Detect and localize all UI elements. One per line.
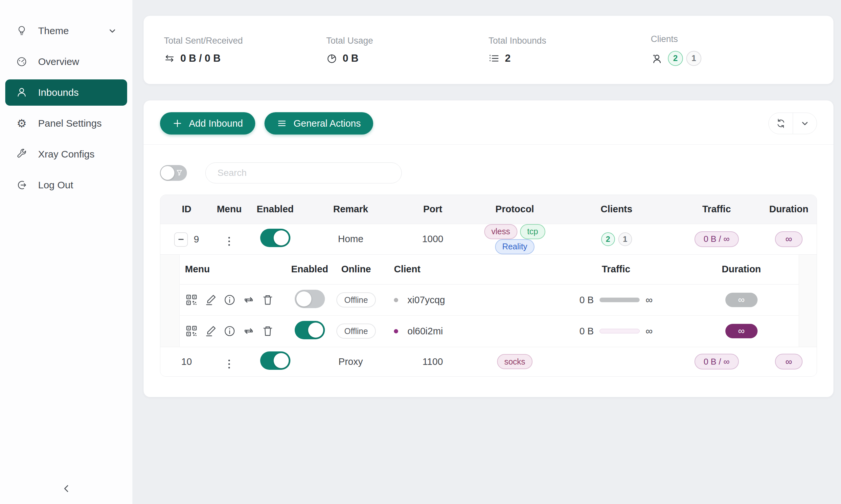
sidebar-item-inbounds[interactable]: Inbounds	[5, 79, 127, 106]
sidebar-item-label: Theme	[38, 25, 69, 36]
main-content: Total Sent/Received 0 B / 0 B Total Usag…	[132, 0, 841, 504]
row-menu-button[interactable]	[228, 240, 230, 242]
sidebar-item-overview[interactable]: Overview	[5, 49, 127, 75]
list-icon	[488, 53, 500, 64]
pie-chart-icon	[326, 53, 337, 64]
network-tag: tcp	[520, 224, 545, 239]
chevron-down-icon	[800, 118, 810, 129]
traffic-pill[interactable]: 0 B / ∞	[694, 354, 739, 370]
sidebar-item-label: Log Out	[38, 179, 73, 191]
inbound-enabled-toggle[interactable]	[260, 352, 290, 370]
inbound-id: 9	[194, 234, 199, 245]
sidebar: Theme Overview Inbounds ⚙ Panel Settings	[0, 0, 132, 504]
traffic-used: 0 B	[580, 326, 594, 337]
duration-pill[interactable]: ∞	[775, 231, 803, 247]
plus-icon	[172, 119, 182, 128]
stats-card: Total Sent/Received 0 B / 0 B Total Usag…	[143, 16, 834, 84]
sidebar-item-theme[interactable]: Theme	[5, 18, 127, 44]
col-header-remark: Remark	[305, 195, 397, 224]
qr-code-icon[interactable]	[185, 325, 198, 338]
client-duration-pill[interactable]: ∞	[725, 324, 758, 338]
client-enabled-toggle[interactable]	[295, 290, 325, 308]
stat-value: 0 B / 0 B	[181, 53, 220, 64]
security-tag: Reality	[495, 239, 534, 254]
filter-toggle[interactable]	[160, 165, 187, 181]
traffic-pill[interactable]: 0 B / ∞	[694, 231, 739, 247]
repeat-icon[interactable]	[242, 325, 255, 338]
inbounds-table: ID Menu Enabled Remark Port Protocol Cli…	[160, 195, 817, 377]
col-header-port: Port	[396, 195, 469, 224]
inbound-row-9: 9 Home 1000 vlesstcpReality 2	[160, 224, 817, 254]
col-header-menu: Menu	[213, 195, 246, 224]
inbound-row-10: 10 Proxy 1100 socks 0 B / ∞ ∞	[160, 347, 817, 376]
stat-label: Total Usage	[326, 36, 488, 46]
chevron-down-icon	[107, 26, 117, 36]
row-menu-button[interactable]	[228, 363, 230, 365]
user-icon	[15, 87, 28, 98]
toolbar: Add Inbound General Actions	[143, 101, 834, 145]
inbound-remark: Home	[305, 224, 397, 254]
add-inbound-button[interactable]: Add Inbound	[160, 112, 255, 134]
refresh-split-button	[768, 112, 817, 134]
col-header-enabled: Enabled	[246, 195, 305, 224]
collapse-row-button[interactable]	[174, 232, 188, 247]
menu-lines-icon	[277, 119, 287, 128]
stat-label: Clients	[651, 34, 813, 44]
swap-arrows-icon	[164, 53, 175, 64]
sidebar-item-log-out[interactable]: Log Out	[5, 172, 127, 198]
trash-icon[interactable]	[261, 293, 274, 306]
subcol-header-duration: Duration	[684, 255, 799, 285]
general-actions-button[interactable]: General Actions	[264, 112, 373, 134]
info-icon[interactable]	[223, 293, 236, 306]
sidebar-item-xray-configs[interactable]: Xray Configs	[5, 141, 127, 167]
inbound-port: 1000	[396, 224, 469, 254]
refresh-options-button[interactable]	[793, 113, 817, 134]
edit-icon[interactable]	[204, 293, 217, 306]
inbound-row-9-expansion: Menu Enabled Online Client Traffic Durat…	[160, 254, 817, 347]
subcol-header-online: Online	[331, 255, 381, 285]
repeat-icon[interactable]	[242, 293, 255, 306]
subcol-header-client: Client	[381, 255, 548, 285]
stat-clients: Clients 2 1	[651, 34, 813, 66]
sidebar-item-panel-settings[interactable]: ⚙ Panel Settings	[5, 110, 127, 137]
search-input[interactable]	[205, 162, 402, 183]
col-header-id: ID	[160, 195, 213, 224]
online-status-badge: Offline	[337, 324, 376, 339]
stat-total-usage: Total Usage 0 B	[326, 36, 488, 64]
sidebar-item-label: Inbounds	[38, 87, 79, 98]
search-row	[143, 145, 834, 183]
subtable-header-row: Menu Enabled Online Client Traffic Durat…	[180, 255, 799, 285]
chevron-left-icon	[60, 482, 73, 495]
sidebar-item-label: Panel Settings	[38, 118, 102, 129]
client-row: Offline xi07ycqg	[180, 285, 799, 316]
inbound-remark: Proxy	[305, 347, 397, 376]
client-status-dot	[394, 298, 398, 302]
client-enabled-toggle[interactable]	[295, 321, 325, 339]
inbound-port: 1100	[396, 347, 469, 376]
clients-total-badge: 1	[686, 51, 701, 66]
stat-value: 2	[505, 53, 511, 64]
col-header-clients: Clients	[561, 195, 672, 224]
refresh-button[interactable]	[769, 113, 793, 134]
client-status-dot	[394, 329, 398, 334]
gear-icon: ⚙	[15, 118, 28, 129]
row-clients-total-badge: 1	[618, 232, 632, 246]
info-icon[interactable]	[223, 325, 236, 338]
inbound-enabled-toggle[interactable]	[260, 229, 290, 247]
duration-pill[interactable]: ∞	[775, 354, 803, 370]
edit-icon[interactable]	[204, 325, 217, 338]
online-status-badge: Offline	[337, 292, 376, 307]
qr-code-icon[interactable]	[185, 293, 198, 306]
stat-label: Total Inbounds	[488, 36, 651, 46]
client-duration-pill[interactable]: ∞	[725, 293, 758, 307]
sidebar-item-label: Overview	[38, 56, 79, 67]
col-header-duration: Duration	[761, 195, 817, 224]
traffic-progress-bar	[600, 329, 640, 334]
sidebar-collapse-button[interactable]	[0, 482, 132, 495]
gauge-icon	[15, 56, 28, 68]
protocol-tag: socks	[497, 354, 533, 369]
clients-subtable: Menu Enabled Online Client Traffic Durat…	[179, 255, 799, 347]
client-row: Offline ol60i2mi	[180, 316, 799, 347]
funnel-icon	[175, 169, 183, 177]
trash-icon[interactable]	[261, 325, 274, 338]
